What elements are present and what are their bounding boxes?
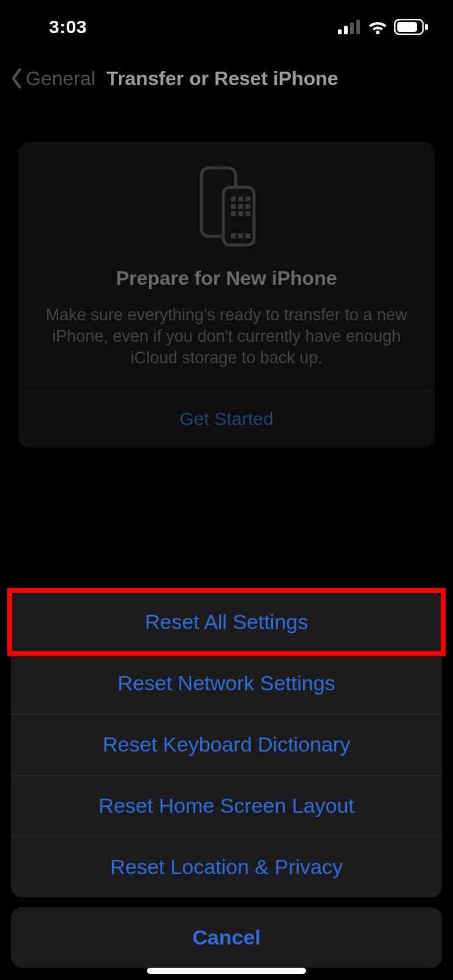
svg-rect-13 [245,233,250,238]
battery-icon [394,19,429,35]
screen: General Transfer or Reset iPhone Prepare… [0,0,453,980]
cellular-icon [338,20,361,34]
svg-rect-15 [344,26,348,34]
chevron-left-icon [10,67,23,89]
get-started-button[interactable]: Get Started [18,391,435,448]
svg-rect-20 [397,22,417,32]
svg-rect-3 [238,197,243,202]
reset-keyboard-dictionary-button[interactable]: Reset Keyboard Dictionary [11,714,442,775]
back-label: General [26,67,95,90]
svg-rect-12 [238,233,243,238]
svg-rect-7 [245,204,250,209]
back-button[interactable]: General [10,67,95,90]
reset-home-screen-layout-button[interactable]: Reset Home Screen Layout [11,775,442,836]
svg-rect-8 [231,211,236,216]
devices-icon [18,163,435,249]
svg-rect-9 [238,211,243,216]
svg-rect-11 [231,233,236,238]
prepare-card: Prepare for New iPhone Make sure everyth… [18,142,435,448]
status-time: 3:03 [49,17,87,37]
prepare-title: Prepare for New iPhone [18,267,435,290]
reset-network-settings-button[interactable]: Reset Network Settings [11,652,442,714]
action-sheet: Reset All Settings Reset Network Setting… [11,592,442,968]
reset-location-privacy-button[interactable]: Reset Location & Privacy [11,836,442,897]
cancel-button[interactable]: Cancel [11,907,442,968]
home-indicator[interactable] [147,968,306,974]
svg-point-18 [376,31,380,34]
svg-rect-4 [245,197,250,202]
svg-rect-10 [245,211,250,216]
svg-rect-17 [356,20,360,34]
svg-rect-6 [238,204,243,209]
sheet-group: Reset All Settings Reset Network Setting… [11,592,442,897]
nav-header: General Transfer or Reset iPhone [0,59,453,98]
svg-rect-14 [338,29,342,34]
reset-all-settings-button[interactable]: Reset All Settings [11,592,442,652]
status-bar: 3:03 [0,0,453,54]
svg-rect-5 [231,204,236,209]
prepare-description: Make sure everything's ready to transfer… [18,304,435,391]
svg-rect-16 [350,23,354,34]
nav-title: Transfer or Reset iPhone [107,67,339,90]
svg-rect-2 [231,197,236,202]
svg-rect-21 [425,24,428,30]
wifi-icon [367,20,388,34]
